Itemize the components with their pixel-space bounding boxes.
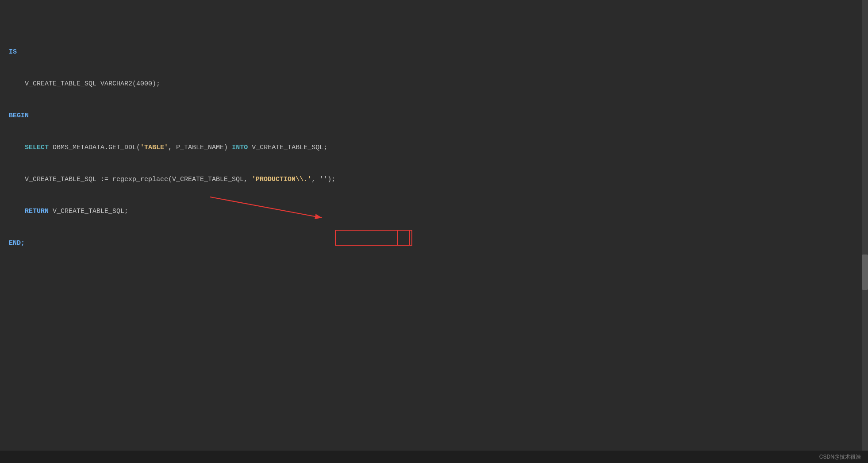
line-declare-top: V_CREATE_TABLE_SQL VARCHAR2(4000); xyxy=(9,79,859,89)
line-select-top: SELECT DBMS_METADATA.GET_DDL( 'TABLE' , … xyxy=(9,143,859,153)
empty-line-4 xyxy=(9,387,859,397)
empty-line-1 xyxy=(9,291,859,302)
str-production-top: 'PRODUCTION\\.' xyxy=(252,174,311,185)
select-text-top: DBMS_METADATA.GET_DDL( xyxy=(49,143,140,153)
kw-return-top: RETURN xyxy=(25,206,49,217)
code-editor: IS V_CREATE_TABLE_SQL VARCHAR2(4000); BE… xyxy=(0,0,868,463)
empty-line-5 xyxy=(9,419,859,429)
empty-line-3 xyxy=(9,355,859,366)
scrollbar-thumb[interactable] xyxy=(862,255,868,290)
declare-text-top: V_CREATE_TABLE_SQL VARCHAR2(4000); xyxy=(25,79,160,89)
kw-begin-top: BEGIN xyxy=(9,111,29,121)
kw-select-top: SELECT xyxy=(25,143,49,153)
status-bar-text: CSDN@技术很浩 xyxy=(819,453,861,461)
code-area[interactable]: IS V_CREATE_TABLE_SQL VARCHAR2(4000); BE… xyxy=(0,0,868,463)
kw-end-top: END; xyxy=(9,238,25,249)
kw-is-top: IS xyxy=(9,47,17,58)
empty-line-2 xyxy=(9,323,859,334)
status-bar: CSDN@技术很浩 xyxy=(0,451,868,463)
scrollbar[interactable] xyxy=(862,0,868,463)
line-assign-top: V_CREATE_TABLE_SQL := regexp_replace(V_C… xyxy=(9,174,859,185)
line-return-top: RETURN V_CREATE_TABLE_SQL; xyxy=(9,206,859,217)
kw-into-top: INTO xyxy=(232,143,248,153)
line-is-top: IS xyxy=(9,47,859,58)
line-begin-top: BEGIN xyxy=(9,111,859,121)
line-end-top: END; xyxy=(9,238,859,249)
str-table-top: 'TABLE' xyxy=(140,143,168,153)
